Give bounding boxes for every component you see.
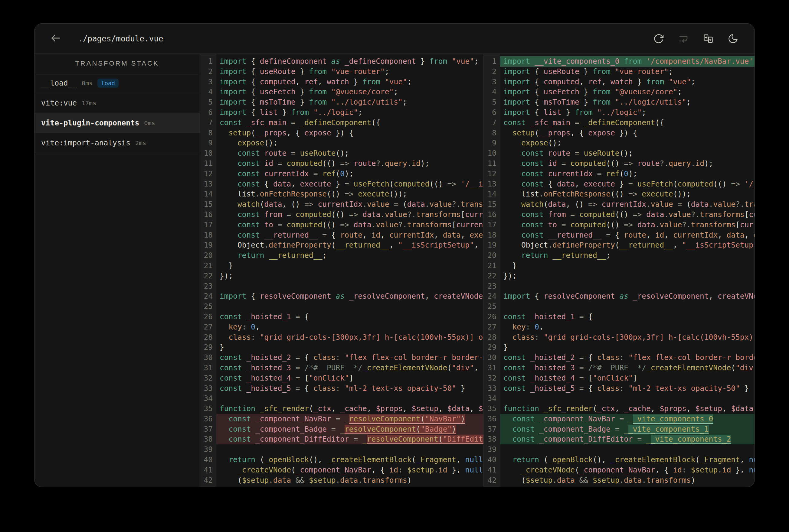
line-number: 11 <box>484 158 500 169</box>
code-line: const id = computed(() => route?.query.i… <box>500 158 754 169</box>
plugin-time: 0ms <box>144 119 155 127</box>
code-line: return (_openBlock(), _createElementBloc… <box>216 455 483 465</box>
code-line <box>500 281 754 291</box>
code-line <box>500 393 754 403</box>
line-number: 18 <box>200 230 216 240</box>
line-number: 20 <box>200 250 216 261</box>
code-line: const _hoisted_5 = { class: "ml-2 text-x… <box>216 383 483 394</box>
code-line: Object.defineProperty(__returned__, "__i… <box>216 240 483 250</box>
code-line: const _component_DiffEditor = __vite_com… <box>500 434 754 444</box>
load-badge: load <box>97 79 118 88</box>
back-button[interactable] <box>49 32 62 45</box>
diff-panels-icon[interactable] <box>702 33 714 44</box>
line-number-gutter: 1234567891011121314151617181920212223242… <box>484 54 500 487</box>
code-line: import { resolveComponent as _resolveCom… <box>216 291 483 301</box>
line-number: 3 <box>484 77 500 87</box>
line-number: 42 <box>484 475 500 486</box>
line-number: 31 <box>484 363 500 373</box>
line-number: 32 <box>200 373 216 383</box>
code-line: Object.defineProperty(__returned__, "__i… <box>500 240 754 250</box>
line-number: 30 <box>200 353 216 363</box>
code-line <box>216 444 483 455</box>
code-line <box>500 301 754 312</box>
diff-pane-before[interactable]: 1234567891011121314151617181920212223242… <box>200 54 483 487</box>
code-line: key: 0, <box>216 322 483 332</box>
code-line: setup(__props, { expose }) { <box>500 128 754 138</box>
code-line: const route = useRoute(); <box>500 148 754 158</box>
code-line: class: "grid grid-cols-[300px,3fr] h-[ca… <box>500 332 754 342</box>
code-line: const _hoisted_4 = ["onClick"] <box>216 373 483 383</box>
code-line: import { list } from "../logic"; <box>500 107 754 118</box>
line-number: 7 <box>200 118 216 128</box>
code-line: import { defineComponent as _defineCompo… <box>216 56 483 66</box>
code-line: const currentIdx = ref(0); <box>500 169 754 179</box>
code-line: import { useFetch } from "@vueuse/core"; <box>500 87 754 97</box>
code-line: watch(data, () => currentIdx.value = (da… <box>216 199 483 209</box>
code-line: const _component_NavBar = _resolveCompon… <box>216 414 483 424</box>
code-line: function _sfc_render(_ctx, _cache, $prop… <box>500 403 754 414</box>
code-line: const currentIdx = ref(0); <box>216 169 483 179</box>
line-number: 24 <box>200 291 216 301</box>
code-line: const _component_Badge = __vite_componen… <box>500 424 754 434</box>
code-line: import { msToTime } from "../logic/utils… <box>216 97 483 107</box>
code-line: const _hoisted_3 = /*#__PURE__*/_createE… <box>500 363 754 373</box>
refresh-icon[interactable] <box>653 33 664 44</box>
code-line: function _sfc_render(_ctx, _cache, $prop… <box>216 403 483 414</box>
code-line: import { list } from "../logic"; <box>216 107 483 118</box>
line-number: 40 <box>200 455 216 465</box>
line-number-gutter: 1234567891011121314151617181920212223242… <box>200 54 216 487</box>
line-number: 22 <box>200 271 216 281</box>
line-number: 40 <box>484 455 500 465</box>
line-number: 34 <box>200 393 216 403</box>
code-line: const _hoisted_2 = { class: "flex flex-c… <box>216 353 483 363</box>
line-number: 27 <box>484 322 500 332</box>
code-line <box>216 301 483 312</box>
line-number: 6 <box>200 107 216 118</box>
plugin-name: vite:vue <box>41 98 77 107</box>
code-line: list.onFetchResponse(() => execute()); <box>216 189 483 199</box>
wrap-lines-icon[interactable] <box>678 33 689 44</box>
code-line: const from = computed(() => data.value?.… <box>500 209 754 220</box>
code-line: }); <box>216 271 483 281</box>
sidebar-item-load[interactable]: __load__0msload <box>35 73 200 93</box>
sidebar-item-vite-vue[interactable]: vite:vue17ms <box>35 93 200 113</box>
line-number: 4 <box>200 87 216 97</box>
line-number: 17 <box>484 220 500 230</box>
diff-pane-after[interactable]: 1234567891011121314151617181920212223242… <box>483 54 754 487</box>
code-line: const __returned__ = { route, id, curren… <box>216 230 483 240</box>
code-line: return __returned__; <box>500 250 754 261</box>
line-number: 39 <box>200 444 216 455</box>
line-number: 4 <box>484 87 500 97</box>
plugin-name: vite:import-analysis <box>41 138 130 147</box>
line-number: 29 <box>484 342 500 353</box>
plugin-time: 17ms <box>82 99 96 107</box>
code-line <box>216 393 483 403</box>
code-line: class: "grid grid-cols-[300px,3fr] h-[ca… <box>216 332 483 342</box>
code-line: import { useRoute } from "vue-router"; <box>500 66 754 77</box>
line-number: 21 <box>200 261 216 271</box>
line-number: 41 <box>484 465 500 475</box>
line-number: 28 <box>200 332 216 342</box>
code-line: _createVNode(_component_NavBar, { id: $s… <box>500 465 754 475</box>
line-number: 26 <box>484 312 500 322</box>
line-number: 27 <box>200 322 216 332</box>
sidebar-item-vite-import-analysis[interactable]: vite:import-analysis2ms <box>35 133 200 153</box>
code-line: import { useRoute } from "vue-router"; <box>216 66 483 77</box>
code-line <box>216 281 483 291</box>
line-number: 23 <box>484 281 500 291</box>
code-column: import __vite_components_0 from '/compon… <box>500 54 754 487</box>
moon-icon[interactable] <box>727 33 739 44</box>
main-area: TRANSFORM STACK __load__0msloadvite:vue1… <box>35 54 754 487</box>
line-number: 38 <box>200 434 216 444</box>
line-number: 16 <box>200 209 216 220</box>
line-number: 13 <box>200 179 216 189</box>
code-line: return (_openBlock(), _createElementBloc… <box>500 455 754 465</box>
code-line: return __returned__; <box>216 250 483 261</box>
code-line: expose(); <box>500 138 754 148</box>
line-number: 5 <box>484 97 500 107</box>
code-line: } <box>216 342 483 353</box>
sidebar-item-vite-plugin-components[interactable]: vite-plugin-components0ms <box>35 113 200 133</box>
line-number: 10 <box>200 148 216 158</box>
title-path: /pages/module.vue <box>83 34 163 43</box>
line-number: 37 <box>200 424 216 434</box>
